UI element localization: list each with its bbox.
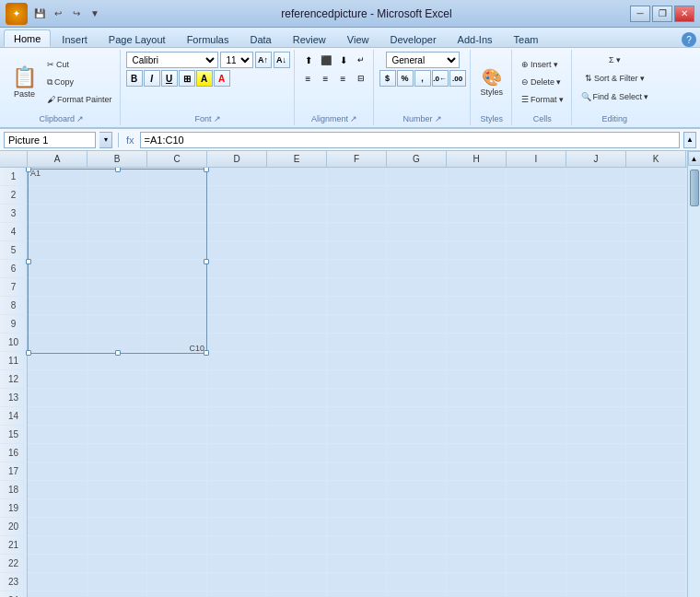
cell-G22[interactable] <box>387 555 447 573</box>
name-box[interactable]: Picture 1 <box>4 132 96 148</box>
cell-C19[interactable] <box>147 499 207 518</box>
row-number-16[interactable]: 16 <box>0 444 28 462</box>
cell-I19[interactable] <box>507 499 566 518</box>
tab-insert[interactable]: Insert <box>52 30 98 47</box>
cell-F10[interactable] <box>327 334 387 352</box>
col-header-c[interactable]: C <box>147 151 207 167</box>
cell-A11[interactable] <box>28 352 88 370</box>
col-header-h[interactable]: H <box>447 151 507 167</box>
office-icon[interactable]: ✦ <box>6 3 28 25</box>
underline-button[interactable]: U <box>161 70 178 87</box>
decrease-decimal-btn[interactable]: .0← <box>432 70 449 87</box>
redo-quick-btn[interactable]: ↪ <box>68 6 85 21</box>
alignment-expand-icon[interactable]: ↗ <box>350 114 357 123</box>
cell-C3[interactable] <box>147 205 207 223</box>
cell-K17[interactable] <box>626 462 686 481</box>
cell-B10[interactable] <box>88 334 147 352</box>
cell-A17[interactable] <box>28 462 88 481</box>
cell-G9[interactable] <box>387 315 447 334</box>
cell-E8[interactable] <box>267 297 327 315</box>
cell-F20[interactable] <box>327 518 387 536</box>
cell-I11[interactable] <box>507 352 566 370</box>
cell-C15[interactable] <box>147 426 207 444</box>
help-button[interactable]: ? <box>682 32 696 47</box>
cell-G13[interactable] <box>387 389 447 407</box>
cell-J11[interactable] <box>566 352 626 370</box>
cell-F11[interactable] <box>327 352 387 370</box>
cell-J6[interactable] <box>566 260 626 278</box>
scroll-track[interactable] <box>688 166 700 597</box>
cell-J18[interactable] <box>566 481 626 499</box>
cell-A5[interactable] <box>28 241 88 260</box>
tab-page-layout[interactable]: Page Layout <box>99 30 176 47</box>
cell-K6[interactable] <box>626 260 686 278</box>
cell-I4[interactable] <box>507 223 566 241</box>
cell-C2[interactable] <box>147 186 207 205</box>
cell-G7[interactable] <box>387 278 447 297</box>
cell-E10[interactable] <box>267 334 327 352</box>
fill-color-btn[interactable]: A <box>196 70 213 87</box>
cell-F5[interactable] <box>327 241 387 260</box>
cell-H8[interactable] <box>447 297 507 315</box>
cell-K19[interactable] <box>626 499 686 518</box>
cell-E3[interactable] <box>267 205 327 223</box>
cell-K3[interactable] <box>626 205 686 223</box>
cell-C17[interactable] <box>147 462 207 481</box>
top-align-btn[interactable]: ⬆ <box>300 52 317 68</box>
cell-B21[interactable] <box>88 536 147 555</box>
cell-J5[interactable] <box>566 241 626 260</box>
cell-A1[interactable] <box>28 168 88 186</box>
font-color-btn[interactable]: A <box>214 70 230 87</box>
cell-C12[interactable] <box>147 370 207 389</box>
cell-D24[interactable] <box>207 591 267 597</box>
cell-F3[interactable] <box>327 205 387 223</box>
border-button[interactable]: ⊞ <box>179 70 195 87</box>
cell-I17[interactable] <box>507 462 566 481</box>
cell-F13[interactable] <box>327 389 387 407</box>
undo-quick-btn[interactable]: ↩ <box>50 6 66 21</box>
cell-C20[interactable] <box>147 518 207 536</box>
cell-K21[interactable] <box>626 536 686 555</box>
cell-C21[interactable] <box>147 536 207 555</box>
cell-G12[interactable] <box>387 370 447 389</box>
cell-A16[interactable] <box>28 444 88 462</box>
find-select-button[interactable]: 🔍 Find & Select ▾ <box>578 88 653 105</box>
cell-E18[interactable] <box>267 481 327 499</box>
cell-E16[interactable] <box>267 444 327 462</box>
cut-button[interactable]: ✂ Cut <box>43 56 116 73</box>
cell-G8[interactable] <box>387 297 447 315</box>
cell-D17[interactable] <box>207 462 267 481</box>
cell-D14[interactable] <box>207 407 267 426</box>
tab-formulas[interactable]: Formulas <box>177 30 239 47</box>
cell-H17[interactable] <box>447 462 507 481</box>
row-number-23[interactable]: 23 <box>0 573 28 591</box>
cell-B24[interactable] <box>88 591 147 597</box>
restore-button[interactable]: ❐ <box>652 6 672 22</box>
cell-E20[interactable] <box>267 518 327 536</box>
cell-K1[interactable] <box>626 168 686 186</box>
cell-J20[interactable] <box>566 518 626 536</box>
cell-J9[interactable] <box>566 315 626 334</box>
bottom-align-btn[interactable]: ⬇ <box>335 52 352 68</box>
col-header-i[interactable]: I <box>507 151 566 167</box>
cell-A20[interactable] <box>28 518 88 536</box>
cell-I8[interactable] <box>507 297 566 315</box>
cell-G20[interactable] <box>387 518 447 536</box>
cell-I24[interactable] <box>507 591 566 597</box>
row-number-18[interactable]: 18 <box>0 481 28 499</box>
cell-I5[interactable] <box>507 241 566 260</box>
cell-I12[interactable] <box>507 370 566 389</box>
cell-K2[interactable] <box>626 186 686 205</box>
cell-E17[interactable] <box>267 462 327 481</box>
cell-D7[interactable] <box>207 278 267 297</box>
cell-B22[interactable] <box>88 555 147 573</box>
cell-D23[interactable] <box>207 573 267 591</box>
cell-E12[interactable] <box>267 370 327 389</box>
cell-B9[interactable] <box>88 315 147 334</box>
cell-I18[interactable] <box>507 481 566 499</box>
row-number-3[interactable]: 3 <box>0 205 28 223</box>
cell-J17[interactable] <box>566 462 626 481</box>
cell-D8[interactable] <box>207 297 267 315</box>
cell-E4[interactable] <box>267 223 327 241</box>
cell-F18[interactable] <box>327 481 387 499</box>
